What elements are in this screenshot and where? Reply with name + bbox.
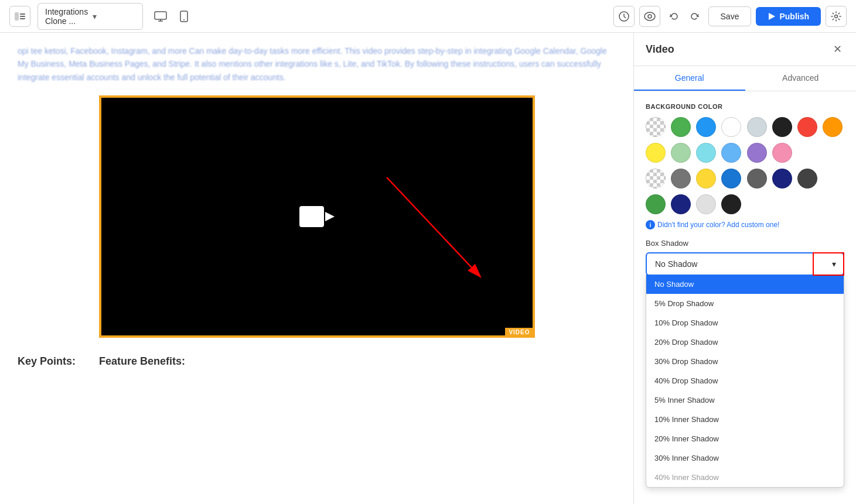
dropdown-item-20-drop[interactable]: 20% Drop Shadow <box>646 332 844 352</box>
color-swatch-gold[interactable] <box>696 169 716 188</box>
canvas-blurred-text: opi tee ketosi, Facebook, Instagram, and… <box>0 33 633 95</box>
dropdown-item-40-drop[interactable]: 40% Drop Shadow <box>646 371 844 390</box>
clock-button[interactable] <box>613 6 635 27</box>
color-swatch-white[interactable] <box>721 117 741 137</box>
color-swatch-gray2[interactable] <box>747 169 767 188</box>
color-swatch-navy[interactable] <box>772 169 792 188</box>
color-swatch-transparent[interactable] <box>646 117 666 137</box>
dropdown-item-20-inner[interactable]: 20% Inner Shadow <box>646 429 844 448</box>
undo-button[interactable] <box>665 7 684 26</box>
right-panel: Video ✕ General Advanced BACKGROUND COLO… <box>633 33 856 504</box>
dropdown-item-30-drop[interactable]: 30% Drop Shadow <box>646 352 844 371</box>
video-label: VIDEO <box>505 328 533 337</box>
dropdown-item-5-inner[interactable]: 5% Inner Shadow <box>646 390 844 410</box>
video-player <box>101 98 533 335</box>
color-swatch-black[interactable] <box>772 117 792 137</box>
color-swatch-darkgray[interactable] <box>671 169 691 188</box>
redo-button[interactable] <box>685 7 704 26</box>
svg-rect-0 <box>15 12 19 20</box>
svg-rect-1 <box>20 13 25 15</box>
color-swatch-lightgray2[interactable] <box>696 194 716 214</box>
svg-marker-10 <box>769 13 775 20</box>
color-swatch-purple[interactable] <box>747 143 767 163</box>
color-swatch-green2[interactable] <box>646 194 666 214</box>
panel-tabs: General Advanced <box>634 66 856 91</box>
color-swatch-green[interactable] <box>671 117 691 137</box>
color-swatch-blue[interactable] <box>696 117 716 137</box>
dropdown-item-10-drop[interactable]: 10% Drop Shadow <box>646 313 844 332</box>
publish-button[interactable]: Publish <box>756 7 821 26</box>
canvas-bottom-text: Key Points: Feature Benefits: <box>0 338 633 368</box>
svg-point-11 <box>835 15 838 18</box>
color-swatch-royalblue[interactable] <box>721 169 741 188</box>
svg-point-9 <box>648 15 652 18</box>
main-layout: opi tee ketosi, Facebook, Instagram, and… <box>0 33 856 504</box>
preview-button[interactable] <box>639 6 660 27</box>
color-swatch-lightgreen[interactable] <box>671 143 691 163</box>
color-grid <box>646 117 844 137</box>
box-shadow-section: Box Shadow No Shadow 5% Drop Shadow 10% … <box>646 239 844 276</box>
page-name: Integrations Clone ... <box>45 7 88 26</box>
panel-body: BACKGROUND COLOR <box>634 91 856 504</box>
undo-redo-group <box>665 7 704 26</box>
svg-rect-4 <box>155 12 166 19</box>
color-grid-row4 <box>646 194 844 214</box>
mobile-view-button[interactable] <box>173 6 195 27</box>
key-points-heading: Key Points: <box>18 355 76 368</box>
top-bar-right: Save Publish <box>613 6 847 27</box>
save-button[interactable]: Save <box>708 6 752 26</box>
dropdown-item-5-drop[interactable]: 5% Drop Shadow <box>646 294 844 313</box>
top-bar-left: Integrations Clone ... ▾ <box>9 3 195 30</box>
panel-title: Video <box>646 43 674 56</box>
canvas-content: opi tee ketosi, Facebook, Instagram, and… <box>0 33 633 504</box>
device-selector <box>150 6 195 27</box>
close-panel-button[interactable]: ✕ <box>830 42 844 56</box>
color-swatch-red[interactable] <box>797 117 817 137</box>
video-block[interactable]: VIDEO <box>100 97 534 337</box>
desktop-view-button[interactable] <box>150 6 171 27</box>
color-swatch-pink[interactable] <box>772 143 792 163</box>
chevron-down-icon: ▾ <box>93 12 135 21</box>
svg-rect-2 <box>20 16 25 17</box>
feature-benefits-heading: Feature Benefits: <box>99 355 185 368</box>
color-swatch-yellow[interactable] <box>646 143 666 163</box>
color-swatch-darknavy[interactable] <box>671 194 691 214</box>
shadow-select[interactable]: No Shadow 5% Drop Shadow 10% Drop Shadow… <box>647 253 843 275</box>
dropdown-item-no-shadow[interactable]: No Shadow <box>646 275 844 294</box>
svg-rect-12 <box>299 206 324 227</box>
shadow-dropdown: No Shadow 5% Drop Shadow 10% Drop Shadow… <box>646 275 844 488</box>
color-grid-row3 <box>646 169 844 188</box>
svg-point-6 <box>183 19 185 20</box>
tab-general[interactable]: General <box>634 66 745 91</box>
custom-color-hint: i Didn't find your color? Add custom one… <box>646 220 844 229</box>
color-swatch-checkered2[interactable] <box>646 169 666 188</box>
color-grid-row2 <box>646 143 844 163</box>
top-bar: Integrations Clone ... ▾ Save <box>0 0 856 33</box>
sidebar-toggle-button[interactable] <box>9 6 30 27</box>
panel-header: Video ✕ <box>634 33 856 66</box>
box-shadow-label: Box Shadow <box>646 239 844 248</box>
color-swatch-black2[interactable] <box>721 194 741 214</box>
color-swatch-lightblue[interactable] <box>721 143 741 163</box>
dropdown-item-30-inner[interactable]: 30% Inner Shadow <box>646 448 844 468</box>
tab-advanced[interactable]: Advanced <box>745 66 857 91</box>
shadow-select-wrapper: No Shadow 5% Drop Shadow 10% Drop Shadow… <box>646 252 844 276</box>
color-swatch-lightgray[interactable] <box>747 117 767 137</box>
background-color-label: BACKGROUND COLOR <box>646 103 844 110</box>
info-icon: i <box>646 220 655 229</box>
svg-marker-13 <box>325 212 335 221</box>
settings-button[interactable] <box>826 6 847 27</box>
svg-point-8 <box>644 12 655 20</box>
dropdown-item-10-inner[interactable]: 10% Inner Shadow <box>646 410 844 429</box>
dropdown-item-40-inner[interactable]: 40% Inner Shadow <box>646 468 844 487</box>
color-swatch-orange[interactable] <box>823 117 843 137</box>
color-swatch-charcoal[interactable] <box>797 169 817 188</box>
custom-color-text[interactable]: Didn't find your color? Add custom one! <box>657 221 779 229</box>
publish-label: Publish <box>779 12 809 21</box>
svg-rect-3 <box>20 18 25 19</box>
page-selector[interactable]: Integrations Clone ... ▾ <box>37 3 143 30</box>
color-swatch-cyan[interactable] <box>696 143 716 163</box>
